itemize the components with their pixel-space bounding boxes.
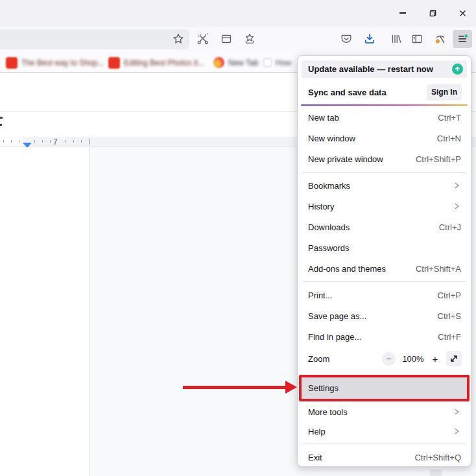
pocket-icon[interactable] (339, 32, 353, 46)
chevron-right-icon (452, 427, 461, 436)
menu-item-new-tab[interactable]: New tab Ctrl+T (302, 107, 467, 128)
menu-label: History (308, 202, 452, 211)
menu-item-downloads[interactable]: Downloads Ctrl+J (302, 217, 467, 237)
chevron-right-icon (452, 181, 461, 190)
bookmark-favicon (213, 57, 224, 68)
update-badge-dot (464, 34, 468, 38)
menu-item-bookmarks[interactable]: Bookmarks (302, 175, 467, 196)
sign-in-button[interactable]: Sign In (427, 84, 462, 101)
close-button[interactable] (452, 5, 473, 21)
zoom-level[interactable]: 100% (402, 354, 424, 364)
document-page[interactable] (0, 147, 89, 476)
menu-shortcut: Ctrl+T (438, 113, 461, 123)
bookmark-item[interactable]: How (263, 56, 291, 69)
library-icon[interactable] (389, 32, 403, 46)
sidebar-icon[interactable] (410, 32, 424, 46)
zoom-label: Zoom (308, 354, 375, 364)
menu-label: Print... (308, 291, 438, 300)
menu-item-addons-themes[interactable]: Add-ons and themes Ctrl+Shift+A (302, 258, 467, 279)
menu-label: More tools (308, 407, 452, 417)
menu-item-settings[interactable]: Settings (302, 377, 467, 399)
minimize-icon (399, 12, 406, 14)
menu-shortcut: Ctrl+P (438, 291, 461, 300)
bookmark-item[interactable]: The Best way to Shop... (6, 56, 104, 69)
menu-label: Help (308, 427, 452, 436)
settings-highlight-box: Settings (299, 375, 470, 401)
menu-label: Passwords (308, 243, 461, 253)
menu-shortcut: Ctrl+N (437, 134, 461, 143)
bookmark-favicon (263, 58, 272, 67)
menu-shortcut: Ctrl+Shift+P (416, 154, 461, 164)
clipped-toolbar-glyph (0, 124, 2, 126)
sync-label: Sync and save data (308, 88, 427, 97)
hamburger-icon (456, 32, 469, 45)
bookmark-favicon (108, 57, 120, 69)
menu-item-history[interactable]: History (302, 196, 467, 217)
menu-label: Save page as... (308, 311, 438, 321)
gradient-separator (301, 104, 468, 106)
menu-item-find-in-page[interactable]: Find in page... Ctrl+F (302, 326, 467, 347)
bookmark-label: The Best way to Shop... (21, 58, 104, 67)
menu-item-new-private-window[interactable]: New private window Ctrl+Shift+P (302, 149, 467, 169)
zoom-out-button[interactable]: − (382, 352, 396, 366)
menu-separator (303, 281, 466, 282)
arrow-up-circle-icon (452, 64, 463, 75)
bookmark-item[interactable]: New Tab (213, 56, 258, 69)
clipped-toolbar-glyph (0, 117, 3, 119)
url-bar[interactable] (0, 29, 189, 49)
menu-item-sync: Sync and save data Sign In (302, 84, 467, 101)
menu-item-save-page-as[interactable]: Save page as... Ctrl+S (302, 305, 467, 326)
menu-label: Bookmarks (308, 181, 452, 191)
container-box-icon[interactable] (219, 32, 233, 46)
menu-item-update-available[interactable]: Update available — restart now (302, 60, 467, 78)
zoom-in-button[interactable]: + (431, 353, 440, 364)
menu-item-new-window[interactable]: New window Ctrl+N (302, 128, 467, 149)
app-menu-panel: Update available — restart now Sync and … (297, 55, 471, 467)
browser-window: The Best way to Shop... Editing Best Pho… (0, 0, 476, 476)
bookmark-label: Editing Best Photos it... (124, 58, 204, 67)
menu-item-help[interactable]: Help (302, 422, 467, 441)
menu-label: Downloads (308, 222, 439, 232)
menu-item-exit[interactable]: Exit Ctrl+Shift+Q (302, 447, 467, 468)
star-tray-icon[interactable] (243, 32, 257, 46)
titlebar (0, 0, 476, 27)
close-icon (458, 9, 467, 18)
annotation-arrow-line (183, 386, 287, 389)
bookmark-item[interactable]: Editing Best Photos it... (108, 56, 204, 69)
restore-button[interactable] (422, 5, 443, 21)
menu-shortcut: Ctrl+S (438, 311, 461, 321)
restore-icon (429, 9, 437, 18)
diagonal-arrows-icon (449, 354, 458, 363)
menu-item-passwords[interactable]: Passwords (302, 237, 467, 258)
menu-shortcut: Ctrl+Shift+A (416, 264, 461, 274)
scrollbar-fragment[interactable] (430, 470, 442, 476)
menu-label: Find in page... (308, 332, 438, 342)
menu-separator (303, 172, 466, 173)
minimize-button[interactable] (392, 5, 413, 21)
app-menu-button[interactable] (453, 30, 472, 48)
menu-shortcut: Ctrl+J (439, 222, 461, 232)
ruler-page-edge-marker (89, 139, 89, 145)
downloads-icon[interactable] (363, 32, 377, 46)
bookmark-label: New Tab (228, 58, 258, 67)
menu-label: New window (308, 134, 437, 143)
menu-separator (303, 444, 466, 444)
menu-label: New private window (308, 154, 416, 164)
menu-shortcut: Ctrl+F (438, 332, 461, 342)
menu-shortcut: Ctrl+Shift+Q (414, 453, 461, 462)
annotation-arrow-head (285, 381, 297, 394)
ruler-number: 7 (53, 137, 58, 147)
bookmark-label: How (276, 58, 291, 67)
pickaxe-extension-icon[interactable] (433, 32, 447, 46)
menu-label: Settings (308, 383, 339, 393)
fullscreen-button[interactable] (446, 351, 462, 366)
bookmark-star-icon[interactable] (171, 32, 185, 46)
bookmark-favicon (6, 57, 18, 69)
menu-item-more-tools[interactable]: More tools (302, 402, 467, 422)
chevron-right-icon (452, 407, 461, 416)
screenshot-scissors-icon[interactable] (196, 32, 210, 46)
menu-item-print[interactable]: Print... Ctrl+P (302, 285, 467, 305)
menu-item-zoom: Zoom − 100% + (302, 347, 467, 370)
menu-label: Add-ons and themes (308, 264, 416, 274)
update-label: Update available — restart now (308, 64, 452, 74)
